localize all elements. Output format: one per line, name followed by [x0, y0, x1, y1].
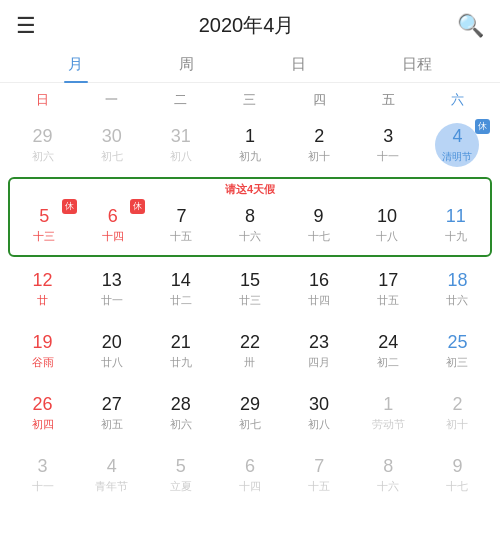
- holiday-badge-apr4: 休: [475, 119, 490, 134]
- day-apr21[interactable]: 21 廿九: [146, 321, 215, 381]
- day-mar29[interactable]: 29 初六: [8, 115, 77, 175]
- day-apr22[interactable]: 22 卅: [215, 321, 284, 381]
- day-apr6[interactable]: 6 十四 休: [79, 195, 148, 255]
- day-apr4[interactable]: 4 清明节 休: [423, 115, 492, 175]
- day-apr20[interactable]: 20 廿八: [77, 321, 146, 381]
- tab-week[interactable]: 周: [163, 47, 210, 82]
- day-may9[interactable]: 9 十七: [423, 445, 492, 505]
- day-apr11[interactable]: 11 十九: [421, 195, 490, 255]
- header: ☰ 2020年4月 🔍: [0, 0, 500, 47]
- dow-wed: 三: [215, 87, 284, 113]
- day-apr9[interactable]: 9 十七: [284, 195, 353, 255]
- week-row-6: 3 十一 4 青年节 5 立夏 6 十四 7 十五 8 十六: [8, 445, 492, 505]
- week-row-5: 26 初四 27 初五 28 初六 29 初七 30 初八 1 劳动节: [8, 383, 492, 443]
- week-row-2: 请这4天假 5 十三 休 6 十四 休 7 十五 8 十六: [8, 177, 492, 257]
- day-may6[interactable]: 6 十四: [215, 445, 284, 505]
- week-row-1: 29 初六 30 初七 31 初八 1 初九 2 初十 3 十一: [8, 115, 492, 175]
- dow-tue: 二: [146, 87, 215, 113]
- app-container: ☰ 2020年4月 🔍 月 周 日 日程 日 一 二 三 四 五 六 29 初六: [0, 0, 500, 511]
- day-apr8[interactable]: 8 十六: [216, 195, 285, 255]
- day-may1[interactable]: 1 劳动节: [354, 383, 423, 443]
- week-row-4: 19 谷雨 20 廿八 21 廿九 22 卅 23 四月 24 初二: [8, 321, 492, 381]
- day-apr30[interactable]: 30 初八: [285, 383, 354, 443]
- dow-sun: 日: [8, 87, 77, 113]
- day-apr16[interactable]: 16 廿四: [285, 259, 354, 319]
- holiday-badge-apr5: 休: [62, 199, 77, 214]
- day-apr18[interactable]: 18 廿六: [423, 259, 492, 319]
- day-apr25[interactable]: 25 初三: [423, 321, 492, 381]
- dow-header-row: 日 一 二 三 四 五 六: [8, 87, 492, 113]
- day-apr29[interactable]: 29 初七: [215, 383, 284, 443]
- day-may3[interactable]: 3 十一: [8, 445, 77, 505]
- day-apr14[interactable]: 14 廿二: [146, 259, 215, 319]
- day-apr13[interactable]: 13 廿一: [77, 259, 146, 319]
- day-apr27[interactable]: 27 初五: [77, 383, 146, 443]
- day-mar30[interactable]: 30 初七: [77, 115, 146, 175]
- week-row-3: 12 廿 13 廿一 14 廿二 15 廿三 16 廿四 17 廿五: [8, 259, 492, 319]
- tab-month[interactable]: 月: [52, 47, 99, 82]
- dow-sat: 六: [423, 87, 492, 113]
- day-apr7[interactable]: 7 十五: [147, 195, 216, 255]
- day-apr17[interactable]: 17 廿五: [354, 259, 423, 319]
- tab-day[interactable]: 日: [275, 47, 322, 82]
- day-may4[interactable]: 4 青年节: [77, 445, 146, 505]
- day-apr15[interactable]: 15 廿三: [215, 259, 284, 319]
- day-may8[interactable]: 8 十六: [354, 445, 423, 505]
- day-apr23[interactable]: 23 四月: [285, 321, 354, 381]
- dow-thu: 四: [285, 87, 354, 113]
- day-may2[interactable]: 2 初十: [423, 383, 492, 443]
- day-apr3[interactable]: 3 十一: [354, 115, 423, 175]
- tab-schedule[interactable]: 日程: [386, 47, 448, 82]
- notice-text: 请这4天假: [222, 181, 278, 198]
- day-apr10[interactable]: 10 十八: [353, 195, 422, 255]
- day-apr12[interactable]: 12 廿: [8, 259, 77, 319]
- holiday-badge-apr6: 休: [130, 199, 145, 214]
- day-may5[interactable]: 5 立夏: [146, 445, 215, 505]
- menu-icon[interactable]: ☰: [16, 13, 36, 39]
- day-mar31[interactable]: 31 初八: [146, 115, 215, 175]
- day-apr1[interactable]: 1 初九: [215, 115, 284, 175]
- tabs-bar: 月 周 日 日程: [0, 47, 500, 83]
- search-icon[interactable]: 🔍: [457, 13, 484, 39]
- day-may7[interactable]: 7 十五: [285, 445, 354, 505]
- dow-mon: 一: [77, 87, 146, 113]
- day-apr2[interactable]: 2 初十: [285, 115, 354, 175]
- dow-fri: 五: [354, 87, 423, 113]
- day-apr24[interactable]: 24 初二: [354, 321, 423, 381]
- day-apr28[interactable]: 28 初六: [146, 383, 215, 443]
- day-apr5[interactable]: 5 十三 休: [10, 195, 79, 255]
- calendar: 日 一 二 三 四 五 六 29 初六 30 初七 31 初八 1 初: [0, 83, 500, 511]
- header-title: 2020年4月: [199, 12, 295, 39]
- day-apr26[interactable]: 26 初四: [8, 383, 77, 443]
- day-apr19[interactable]: 19 谷雨: [8, 321, 77, 381]
